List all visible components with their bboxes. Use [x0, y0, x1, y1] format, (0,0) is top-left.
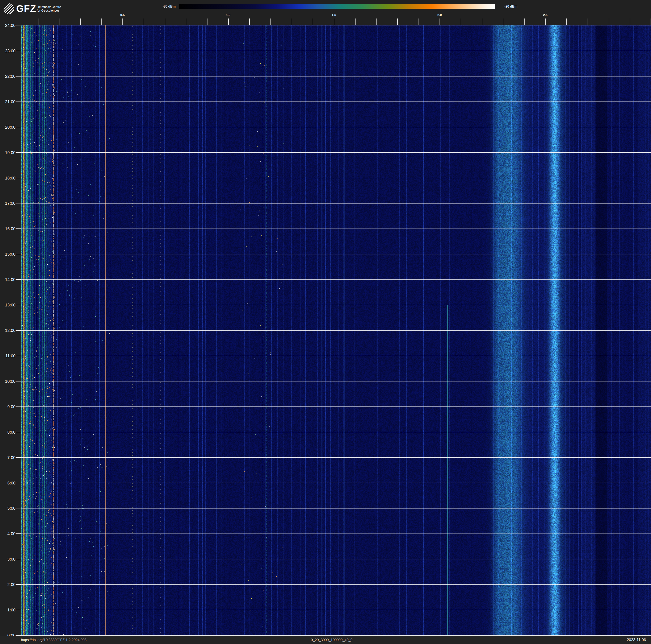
freq-minor-tick	[101, 19, 102, 25]
freq-minor-tick	[186, 19, 186, 25]
hour-label: 6:00	[0, 480, 16, 486]
hour-label: 12:00	[0, 328, 16, 333]
freq-minor-tick	[461, 19, 461, 25]
org-name-line2: for Geosciences	[37, 9, 61, 12]
bottom-axis-line	[17, 635, 651, 636]
freq-minor-tick	[122, 19, 123, 25]
app-root: GFZ Helmholtz Centre for Geosciences -80…	[0, 0, 651, 644]
freq-minor-tick	[503, 19, 503, 25]
freq-minor-tick	[165, 19, 165, 25]
hour-label: 8:00	[0, 430, 16, 435]
hour-label: 10:00	[0, 379, 16, 384]
org-name: Helmholtz Centre for Geosciences	[37, 5, 61, 12]
hour-label: 20:00	[0, 125, 16, 130]
freq-minor-tick	[334, 19, 334, 25]
freq-minor-tick	[249, 19, 250, 25]
freq-minor-tick	[207, 19, 208, 25]
hour-tick	[17, 178, 21, 178]
footer-date: 2023-11-06	[627, 636, 646, 644]
hour-label: 18:00	[0, 176, 16, 180]
freq-minor-tick	[80, 19, 81, 25]
hour-tick	[17, 254, 21, 254]
freq-tick-label: 2.5	[539, 13, 552, 17]
freq-minor-tick	[59, 19, 59, 25]
hour-label: 21:00	[0, 99, 16, 104]
hour-tick	[17, 457, 21, 458]
hour-label: 14:00	[0, 277, 16, 282]
hour-tick	[17, 51, 21, 51]
hour-label: 3:00	[0, 557, 16, 562]
hour-tick	[17, 559, 21, 559]
hour-label: 23:00	[0, 48, 16, 53]
hour-tick	[17, 508, 21, 508]
hour-label: 4:00	[0, 531, 16, 536]
hour-label: 11:00	[0, 353, 16, 358]
freq-minor-tick	[546, 19, 546, 25]
hour-label: 22:00	[0, 74, 16, 79]
freq-minor-tick	[630, 19, 630, 25]
hour-label: 13:00	[0, 302, 16, 308]
hour-tick	[17, 330, 21, 331]
hour-tick	[17, 127, 21, 127]
hour-label: 1:00	[0, 608, 16, 612]
freq-minor-tick	[588, 19, 588, 25]
hour-tick	[17, 76, 21, 77]
hour-label: 16:00	[0, 226, 16, 231]
colorbar-max-label: -20 dBm	[504, 4, 518, 9]
freq-tick-label: 1.5	[328, 13, 340, 17]
hour-tick	[17, 483, 21, 483]
freq-minor-tick	[566, 19, 567, 25]
freq-minor-tick	[313, 19, 313, 25]
hour-tick	[17, 610, 21, 610]
hour-label: 7:00	[0, 455, 16, 460]
colorbar-gradient	[179, 4, 495, 9]
hour-tick	[17, 305, 21, 305]
hour-tick	[17, 203, 21, 203]
freq-minor-tick	[271, 19, 271, 25]
freq-minor-tick	[482, 19, 483, 25]
hour-tick	[17, 152, 21, 153]
hour-tick	[17, 101, 21, 102]
footer-dataset-id: 0_20_3000_100000_40_0	[311, 636, 352, 644]
freq-minor-tick	[376, 19, 376, 25]
gfz-logo-icon	[4, 3, 14, 14]
freq-minor-tick	[397, 19, 398, 25]
org-name-line1: Helmholtz Centre	[37, 5, 61, 9]
freq-minor-tick	[418, 19, 419, 25]
freq-minor-tick	[228, 19, 229, 25]
freq-minor-tick	[609, 19, 609, 25]
freq-tick-label: 2.0	[433, 13, 446, 17]
hour-label: 24:00	[0, 23, 16, 28]
hour-label: 5:00	[0, 506, 16, 511]
freq-minor-tick	[144, 19, 144, 25]
hour-label: 9:00	[0, 404, 16, 409]
hour-label: 17:00	[0, 201, 16, 206]
freq-minor-tick	[292, 19, 292, 25]
footer-doi: https://doi.org/10.5880/GFZ.1.2.2024.003	[21, 636, 87, 644]
hour-tick	[17, 381, 21, 381]
hour-tick	[17, 407, 21, 407]
hour-tick	[17, 584, 21, 585]
brand-text: GFZ	[16, 3, 36, 15]
freq-minor-tick	[524, 19, 525, 25]
hour-label: 15:00	[0, 252, 16, 257]
hour-label: 2:00	[0, 582, 16, 587]
hour-tick	[17, 432, 21, 432]
hour-tick	[17, 279, 21, 280]
freq-tick-label: 1.0	[222, 13, 235, 17]
hour-tick	[17, 533, 21, 534]
hour-tick	[17, 229, 21, 229]
hour-label: 19:00	[0, 150, 16, 155]
hour-tick	[17, 356, 21, 356]
colorbar-min-label: -80 dBm	[145, 4, 176, 9]
spectrogram-canvas	[21, 25, 651, 635]
freq-tick-label: 0.5	[116, 13, 129, 17]
freq-minor-tick	[355, 19, 355, 25]
freq-minor-tick	[439, 19, 440, 25]
freq-minor-tick	[38, 19, 38, 25]
